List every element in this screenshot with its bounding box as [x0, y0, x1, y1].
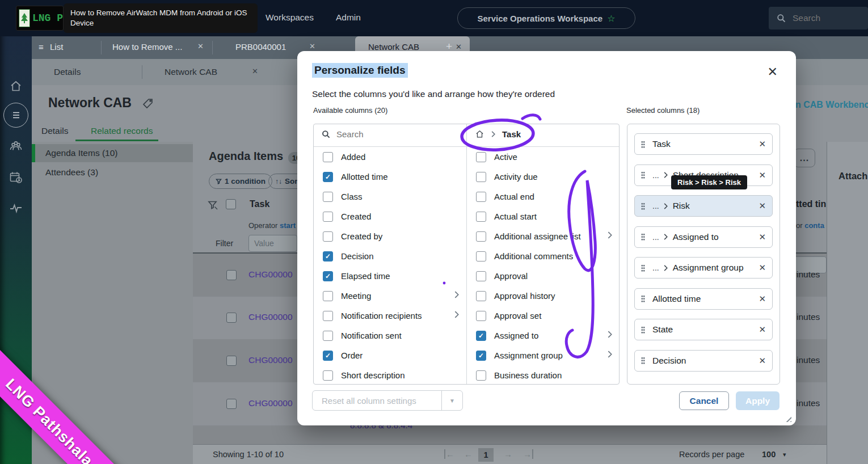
chevron-right-icon[interactable]: [454, 290, 460, 301]
remove-column-icon[interactable]: ✕: [759, 263, 766, 273]
available-column-item[interactable]: Approval set: [467, 306, 620, 326]
more-actions-button[interactable]: ...: [794, 149, 815, 167]
checkbox[interactable]: [476, 351, 486, 361]
selected-column-card[interactable]: ... State ✕: [634, 319, 773, 340]
available-column-item[interactable]: Elapsed time: [314, 266, 467, 286]
available-column-item[interactable]: Decision: [314, 246, 467, 266]
remove-column-icon[interactable]: ✕: [759, 232, 766, 242]
available-column-item[interactable]: Allotted time: [314, 167, 467, 187]
available-column-item[interactable]: Added: [314, 147, 467, 167]
row-checkbox[interactable]: [226, 399, 237, 409]
checkbox[interactable]: [476, 271, 486, 281]
select-all-checkbox[interactable]: [226, 199, 236, 209]
checkbox[interactable]: [476, 192, 486, 202]
checkbox[interactable]: [323, 311, 333, 321]
available-column-item[interactable]: Approval history: [467, 286, 620, 306]
selected-column-card[interactable]: ... Assignment group ✕: [634, 257, 773, 279]
reset-dropdown-arrow[interactable]: ▼: [441, 391, 462, 410]
records-per-page-select[interactable]: 100: [762, 450, 776, 459]
available-column-item[interactable]: Active: [467, 147, 620, 167]
nav-workspaces[interactable]: Workspaces: [266, 12, 314, 23]
selected-column-card[interactable]: ... Decision ✕: [634, 350, 773, 372]
remove-column-icon[interactable]: ✕: [759, 324, 766, 335]
checkbox[interactable]: [476, 231, 486, 242]
available-column-item[interactable]: Actual end: [467, 187, 620, 206]
drag-handle-icon[interactable]: [641, 357, 645, 364]
selected-column-card[interactable]: ... Task ✕: [634, 133, 773, 155]
filter-value-input[interactable]: Value: [248, 235, 297, 252]
available-column-item[interactable]: Approval: [467, 266, 620, 286]
calendar-clock-icon[interactable]: [9, 170, 23, 187]
global-search[interactable]: [769, 7, 868, 29]
breadcrumb-task[interactable]: Task: [502, 129, 521, 139]
favorite-star-icon[interactable]: ☆: [607, 13, 615, 24]
checkbox[interactable]: [323, 271, 333, 281]
workspace-switcher-pill[interactable]: Service Operations Workspace ☆: [457, 7, 635, 29]
tab-prb0040001[interactable]: PRB0040001: [235, 42, 286, 52]
chevron-right-icon[interactable]: [454, 310, 460, 321]
clear-filter-icon[interactable]: [208, 200, 218, 212]
chg-record-link[interactable]: CHG00000: [248, 355, 293, 365]
close-tab-icon[interactable]: ✕: [252, 67, 258, 75]
current-page[interactable]: 1: [478, 448, 494, 462]
column-header-allotted-time-fragment[interactable]: tted tin: [796, 199, 826, 209]
drag-handle-icon[interactable]: [641, 203, 645, 210]
apply-button[interactable]: Apply: [736, 391, 779, 410]
last-page-icon[interactable]: →: [523, 449, 533, 459]
checkbox[interactable]: [323, 152, 333, 162]
available-column-item[interactable]: Notification sent: [314, 326, 467, 345]
subtab-network-cab[interactable]: Network CAB: [165, 67, 217, 77]
cancel-button[interactable]: Cancel: [679, 391, 729, 410]
checkbox[interactable]: [476, 212, 486, 222]
available-column-item[interactable]: Short description: [314, 365, 467, 385]
available-column-item[interactable]: Class: [314, 187, 467, 206]
available-column-item[interactable]: Assignment group: [467, 345, 620, 365]
first-page-icon[interactable]: ←: [444, 449, 454, 459]
tab-list[interactable]: List: [50, 42, 63, 52]
checkbox[interactable]: [323, 331, 333, 341]
home-icon[interactable]: [9, 79, 23, 95]
checkbox[interactable]: [476, 311, 486, 321]
activity-pulse-icon[interactable]: [9, 202, 23, 217]
tag-icon[interactable]: [141, 98, 154, 112]
users-icon[interactable]: [9, 140, 23, 155]
selected-column-card[interactable]: ... Allotted time ✕: [634, 288, 773, 310]
app-logo[interactable]: LNG P: [16, 6, 64, 31]
home-icon[interactable]: [475, 129, 484, 139]
list-menu-icon[interactable]: ≡: [39, 42, 44, 52]
checkbox[interactable]: [476, 152, 486, 162]
remove-column-icon[interactable]: ✕: [759, 170, 766, 180]
next-page-icon[interactable]: →: [504, 449, 512, 459]
operator-value-link[interactable]: start: [280, 221, 296, 230]
previous-page-icon[interactable]: ←: [464, 449, 473, 459]
checkbox[interactable]: [476, 331, 486, 341]
remove-column-icon[interactable]: ✕: [759, 139, 766, 149]
available-column-item[interactable]: Meeting: [314, 286, 467, 306]
condition-filter-pill[interactable]: 1 condition: [209, 174, 272, 189]
record-tab-related-records[interactable]: Related records: [91, 126, 153, 136]
nav-admin[interactable]: Admin: [336, 12, 361, 23]
subtab-details[interactable]: Details: [54, 67, 81, 77]
drag-handle-icon[interactable]: [641, 295, 645, 302]
checkbox[interactable]: [323, 251, 333, 261]
available-column-item[interactable]: Notification recipients: [314, 306, 467, 326]
search-input[interactable]: [791, 12, 856, 24]
available-column-item[interactable]: Created: [314, 206, 467, 226]
chevron-right-icon[interactable]: [607, 350, 613, 361]
selected-column-card[interactable]: ... Risk ✕: [634, 195, 773, 217]
available-column-item[interactable]: Business duration: [467, 365, 620, 385]
reset-column-settings-button[interactable]: Reset all column settings ▼: [312, 390, 463, 411]
available-column-item[interactable]: Created by: [314, 226, 467, 246]
available-column-item[interactable]: Order: [314, 345, 467, 365]
drag-handle-icon[interactable]: [641, 326, 645, 334]
chg-record-link[interactable]: CHG00000: [248, 269, 293, 280]
checkbox[interactable]: [476, 291, 486, 301]
available-column-item[interactable]: Additional assignee list: [467, 226, 620, 246]
modal-resize-handle[interactable]: [784, 415, 791, 422]
remove-column-icon[interactable]: ✕: [759, 201, 766, 211]
close-icon[interactable]: ✕: [768, 66, 778, 78]
chevron-right-icon[interactable]: [607, 330, 613, 341]
related-list-attendees[interactable]: Attendees (3): [45, 167, 98, 178]
remove-column-icon[interactable]: ✕: [759, 294, 766, 304]
selected-column-card[interactable]: ... Assigned to ✕: [634, 226, 773, 248]
